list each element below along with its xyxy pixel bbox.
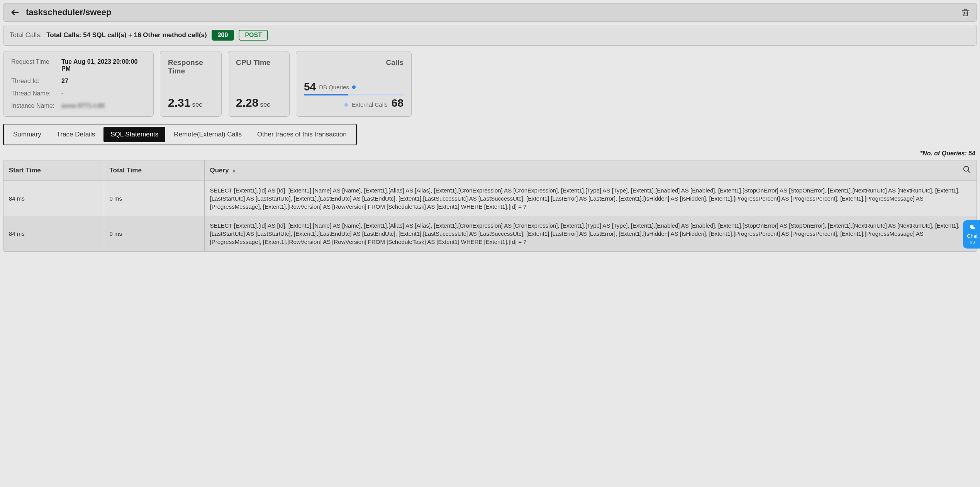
cell-total-time: 0 ms <box>104 216 204 251</box>
http-method-badge: POST <box>239 30 268 41</box>
cell-query: SELECT [Extent1].[Id] AS [Id], [Extent1]… <box>204 181 977 216</box>
cpu-time-value: 2.28 <box>236 96 258 109</box>
sql-table: Start Time Total Time Query ▲▼ 84 <box>3 160 977 252</box>
external-calls-count: 68 <box>392 97 404 109</box>
request-time-value: Tue Aug 01, 2023 20:00:00 PM <box>61 58 146 72</box>
tabs: Summary Trace Details SQL Statements Rem… <box>3 124 357 145</box>
thread-name-value: - <box>61 90 146 97</box>
col-header-start-time[interactable]: Start Time <box>3 160 104 181</box>
cell-start-time: 84 ms <box>3 181 104 216</box>
instance-name-label: Instance Name: <box>11 102 61 109</box>
status-code-badge: 200 <box>212 30 234 41</box>
header-bar: taskscheduler/sweep <box>3 3 977 22</box>
calls-title: Calls <box>304 58 404 67</box>
total-calls-value: Total Calls: 54 SQL call(s) + 16 Other m… <box>46 31 207 39</box>
external-calls-label: External Calls <box>352 101 388 108</box>
cell-start-time: 84 ms <box>3 216 104 251</box>
col-header-query[interactable]: Query ▲▼ <box>204 160 977 181</box>
calls-progress-bar <box>304 94 404 95</box>
chat-label: Chat us <box>967 233 978 245</box>
response-time-card: Response Time 2.31 sec <box>160 51 222 117</box>
header-left: taskscheduler/sweep <box>10 7 111 17</box>
table-row[interactable]: 84 ms 0 ms SELECT [Extent1].[Id] AS [Id]… <box>3 181 977 216</box>
response-time-value: 2.31 <box>168 96 190 109</box>
db-queries-label: DB Queries <box>319 84 349 90</box>
chat-icon <box>968 224 976 231</box>
cpu-time-label: CPU Time <box>236 58 281 67</box>
total-calls-label: Total Calls: <box>10 31 42 39</box>
trash-icon[interactable] <box>961 8 970 17</box>
thread-id-value: 27 <box>61 78 146 85</box>
table-row[interactable]: 84 ms 0 ms SELECT [Extent1].[Id] AS [Id]… <box>3 216 977 251</box>
dot-external-icon <box>344 103 348 107</box>
cell-total-time: 0 ms <box>104 181 204 216</box>
response-time-unit: sec <box>192 101 202 109</box>
tab-trace-details[interactable]: Trace Details <box>50 127 102 142</box>
queries-count-note: *No. of Queries: 54 <box>0 150 975 157</box>
page-title: taskscheduler/sweep <box>26 7 111 17</box>
response-time-label: Response Time <box>168 58 214 75</box>
cpu-time-unit: sec <box>260 101 270 109</box>
cpu-time-card: CPU Time 2.28 sec <box>228 51 290 117</box>
tab-remote-calls[interactable]: Remote(External) Calls <box>167 127 249 142</box>
col-header-start-time-label: Start Time <box>9 167 41 174</box>
chat-widget[interactable]: Chat us <box>963 220 980 249</box>
tab-other-traces[interactable]: Other traces of this transaction <box>250 127 354 142</box>
sort-icon[interactable]: ▲▼ <box>232 169 236 173</box>
search-icon[interactable] <box>963 165 971 176</box>
thread-name-label: Thread Name: <box>11 90 61 97</box>
col-header-total-time-label: Total Time <box>110 167 142 174</box>
svg-line-2 <box>968 170 970 173</box>
thread-id-label: Thread Id: <box>11 78 61 85</box>
back-arrow-icon[interactable] <box>10 8 20 17</box>
tab-summary[interactable]: Summary <box>6 127 48 142</box>
request-info-card: Request Time Tue Aug 01, 2023 20:00:00 P… <box>3 51 154 117</box>
db-queries-count: 54 <box>304 81 316 93</box>
col-header-query-label: Query <box>210 167 229 174</box>
col-header-total-time[interactable]: Total Time <box>104 160 204 181</box>
calls-progress-fill <box>304 94 348 95</box>
cell-query: SELECT [Extent1].[Id] AS [Id], [Extent1]… <box>204 216 977 251</box>
calls-card: Calls 54 DB Queries External Calls 68 <box>296 51 412 117</box>
request-time-label: Request Time <box>11 58 61 72</box>
dot-db-icon <box>352 85 356 89</box>
summary-bar: Total Calls: Total Calls: 54 SQL call(s)… <box>3 25 977 46</box>
instance-name-value: anne-9771-t:80 <box>61 102 146 109</box>
cards-row: Request Time Tue Aug 01, 2023 20:00:00 P… <box>3 51 977 117</box>
tab-sql-statements[interactable]: SQL Statements <box>103 127 165 142</box>
